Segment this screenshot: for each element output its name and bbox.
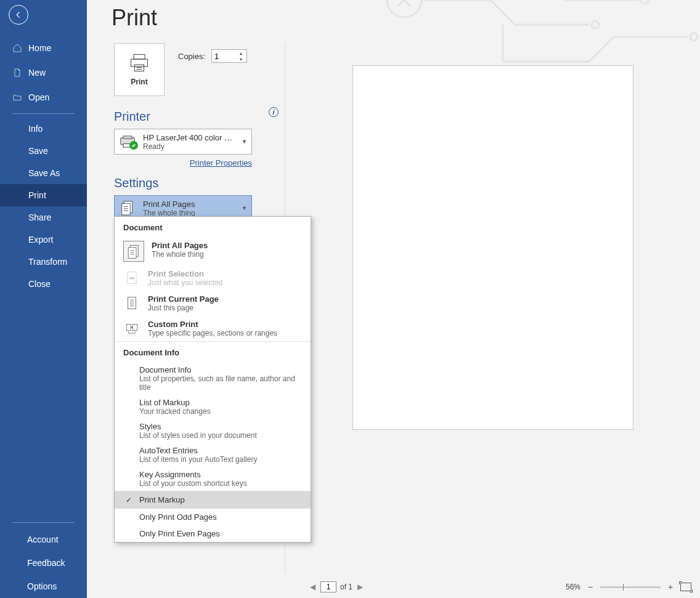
folder-open-icon: [12, 92, 22, 102]
home-icon: [12, 43, 22, 53]
printer-icon: [128, 53, 150, 73]
menu-section-document: Document: [115, 217, 311, 237]
prev-page[interactable]: ◀: [309, 583, 317, 591]
menu-odd-pages[interactable]: Only Print Odd Pages: [115, 509, 311, 525]
zoom-fit-icon[interactable]: [680, 583, 691, 591]
status-ready-icon: [129, 141, 138, 150]
page-single-icon: [123, 294, 140, 312]
zoom-value: 56%: [566, 583, 580, 591]
copies-label: Copies:: [178, 52, 205, 61]
nav-account[interactable]: Account: [0, 528, 87, 551]
nav-info[interactable]: Info: [0, 118, 87, 140]
svg-rect-5: [134, 55, 145, 60]
menu-doc-info[interactable]: Document InfoList of properties, such as…: [115, 362, 311, 395]
nav-share[interactable]: Share: [0, 206, 87, 228]
copies-inc[interactable]: ▲: [237, 50, 245, 56]
print-button-label: Print: [131, 78, 147, 86]
svg-point-0: [387, 0, 421, 17]
printer-device-icon: [118, 135, 137, 148]
nav-save[interactable]: Save: [0, 140, 87, 162]
svg-rect-6: [131, 59, 148, 67]
nav-feedback[interactable]: Feedback: [0, 551, 87, 575]
printer-header: Printer: [114, 110, 272, 124]
copies-dec[interactable]: ▼: [237, 56, 245, 62]
zoom-out[interactable]: −: [585, 582, 595, 592]
page-of-label: of 1: [340, 583, 352, 591]
copies-spinner[interactable]: ▲ ▼: [211, 49, 247, 63]
printer-name: HP LaserJet 400 color M451...: [143, 133, 235, 142]
nav-primary: Home New Open Info Save Save As Print Sh…: [0, 36, 87, 295]
custom-print-icon: [123, 320, 140, 337]
page-input[interactable]: [320, 581, 336, 592]
print-range-menu: Document Print All PagesThe whole thing …: [114, 216, 311, 543]
pages-icon: [118, 200, 137, 216]
copies-input[interactable]: [212, 51, 237, 62]
nav-home[interactable]: Home: [0, 36, 87, 60]
menu-autotext[interactable]: AutoText EntriesList of items in your Au…: [115, 443, 311, 467]
svg-rect-25: [128, 297, 136, 309]
main-area: Print Print Copies: ▲ ▼: [87, 0, 700, 598]
menu-list-markup[interactable]: List of MarkupYour tracked changes: [115, 395, 311, 419]
svg-rect-30: [126, 324, 131, 330]
preview-column: [285, 43, 700, 573]
svg-rect-11: [123, 136, 132, 139]
printer-info-icon[interactable]: i: [269, 107, 279, 117]
svg-rect-19: [128, 248, 136, 259]
print-range-title: Print All Pages: [143, 200, 235, 209]
next-page[interactable]: ▶: [356, 583, 364, 591]
status-bar: ◀ of 1 ▶ 56% − +: [87, 576, 700, 598]
preview-page: [352, 65, 633, 430]
nav-close[interactable]: Close: [0, 273, 87, 295]
menu-even-pages[interactable]: Only Print Even Pages: [115, 525, 311, 542]
menu-custom-print[interactable]: Custom PrintType specific pages, section…: [115, 316, 311, 341]
menu-section-docinfo: Document Info: [115, 342, 311, 362]
page-nav: ◀ of 1 ▶: [309, 581, 364, 592]
printer-properties-link[interactable]: Printer Properties: [114, 158, 252, 168]
nav-new[interactable]: New: [0, 60, 87, 85]
menu-print-current-page[interactable]: Print Current PageJust this page: [115, 291, 311, 316]
zoom-in[interactable]: +: [665, 582, 675, 592]
nav-save-as[interactable]: Save As: [0, 162, 87, 184]
printer-status: Ready: [143, 142, 235, 151]
nav-home-label: Home: [28, 43, 51, 53]
chevron-down-icon: ▼: [242, 139, 248, 145]
nav-open-label: Open: [28, 92, 49, 102]
printer-dropdown[interactable]: HP LaserJet 400 color M451... Ready ▼: [114, 129, 252, 155]
print-button[interactable]: Print: [114, 43, 165, 96]
menu-print-all-pages[interactable]: Print All PagesThe whole thing: [115, 237, 311, 265]
nav-bottom-divider: [12, 522, 75, 523]
svg-point-3: [690, 33, 698, 41]
svg-point-1: [592, 21, 599, 28]
zoom-slider[interactable]: [600, 586, 661, 588]
menu-key-assignments[interactable]: Key AssignmentsList of your custom short…: [115, 467, 311, 491]
svg-rect-7: [135, 65, 144, 71]
nav-export[interactable]: Export: [0, 228, 87, 251]
page-selection-icon: [123, 269, 140, 287]
settings-header: Settings: [114, 176, 272, 190]
back-button[interactable]: [9, 5, 28, 25]
svg-point-2: [641, 0, 648, 4]
nav-divider: [12, 113, 75, 114]
app-root: Home New Open Info Save Save As Print Sh…: [0, 0, 700, 598]
nav-bottom: Account Feedback Options: [0, 520, 87, 598]
chevron-down-icon: ▼: [242, 205, 248, 211]
new-doc-icon: [12, 68, 22, 78]
nav-transform[interactable]: Transform: [0, 251, 87, 273]
nav-options[interactable]: Options: [0, 575, 87, 598]
zoom-controls: 56% − +: [566, 582, 691, 592]
nav-print[interactable]: Print: [0, 184, 87, 206]
backstage-sidebar: Home New Open Info Save Save As Print Sh…: [0, 0, 87, 598]
pages-all-icon: [123, 241, 144, 262]
copies-row: Copies: ▲ ▼: [178, 49, 247, 63]
page-title: Print: [112, 5, 157, 31]
nav-new-label: New: [28, 68, 46, 78]
menu-print-markup[interactable]: Print Markup: [115, 491, 311, 508]
svg-rect-31: [132, 324, 137, 330]
menu-print-selection: Print SelectionJust what you selected: [115, 265, 311, 291]
svg-rect-24: [129, 277, 134, 279]
svg-rect-14: [122, 203, 131, 215]
nav-open[interactable]: Open: [0, 85, 87, 110]
menu-styles[interactable]: StylesList of styles used in your docume…: [115, 419, 311, 443]
